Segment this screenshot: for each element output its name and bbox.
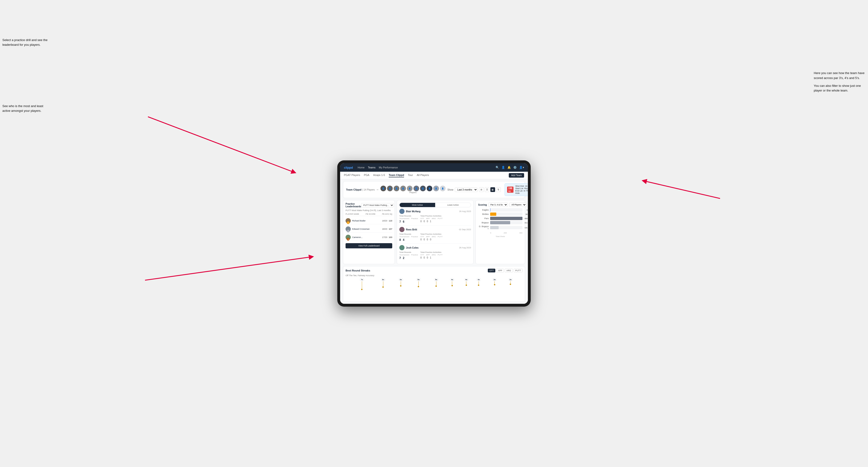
player-name-3: Cameron... [352, 236, 380, 239]
total-rounds-group-2: Total Rounds Tournament Practice 8 4 [399, 233, 418, 242]
activity-player-header-3: Josh Coles 26 Aug 2023 [399, 245, 471, 250]
scoring-bar-row: D. Bogeys + 131 [478, 225, 522, 230]
activity-stats-1: Total Rounds Tournament Practice 7 6 [399, 215, 471, 223]
subnav-pgat[interactable]: PGAT Players [344, 174, 360, 177]
chart-point: 4x [450, 278, 455, 286]
activity-stats-2: Total Rounds Tournament Practice 8 4 [399, 233, 471, 242]
scoring-axis: 0 200 400 [478, 232, 522, 234]
subnav-pga[interactable]: PGA [364, 174, 369, 177]
shot-badge: 198 SQ [507, 187, 514, 193]
nav-home[interactable]: Home [358, 166, 365, 169]
best-round-streaks: Best Round Streaks OTT APP ARG PUTT Off … [343, 266, 525, 302]
player-name-2: Edward Crossman [352, 228, 380, 230]
view-leaderboard-button[interactable]: View Full Leaderboard [346, 243, 392, 248]
people-icon[interactable]: 👤 [501, 166, 505, 169]
tab-least-active[interactable]: Least Active [435, 203, 471, 207]
grid-view-icon[interactable]: ⊞ [479, 187, 484, 192]
player-filter[interactable]: All Players [509, 203, 526, 207]
table-row: 2 Edward Crossman 18/20 107 [346, 226, 392, 232]
subnav-tour[interactable]: Tour [408, 174, 413, 177]
practice-activities-label-1: Total Practice Activities [420, 215, 442, 217]
nav-teams[interactable]: Teams [368, 166, 375, 169]
shot-card: 198 SQ Shot Dist: 16 yds Start Lie: Roug… [504, 183, 528, 196]
activity-date-2: 02 Sep 2023 [459, 228, 471, 231]
activity-player-info-1: Blair McHarg [399, 209, 421, 214]
player-name-1: Richard Butler [352, 220, 380, 222]
practice-value-1: 6 [403, 220, 404, 223]
activity-avatar-2 [399, 227, 404, 232]
add-team-button[interactable]: Add Team [509, 173, 524, 178]
settings-icon[interactable]: ⚙️ [513, 166, 517, 169]
nav-my-performance[interactable]: My Performance [379, 166, 398, 169]
device-screen: clippd Home Teams My Performance 🔍 👤 🔔 ⚙… [340, 163, 528, 304]
annotation-bottom-left: See who is the most and least active amo… [2, 104, 47, 113]
svg-line-2 [644, 181, 720, 198]
player-rank-avatar-3: 3 [346, 235, 351, 240]
btn-app[interactable]: APP [496, 269, 504, 272]
player-rank-avatar-2: 2 [346, 226, 351, 231]
player-avg-2: 107 [389, 228, 392, 230]
avatar-3: 👤 [394, 186, 399, 191]
scoring-bar-row: Birdies 96 [478, 213, 522, 216]
player-avg-1: 110 [389, 220, 392, 222]
card-view-icon[interactable]: ▦ [490, 187, 495, 192]
player-score-1: 19/20 [382, 220, 387, 222]
rank-badge-bronze: 3 [347, 238, 349, 241]
shot-dist: Shot Dist: 16 yds [516, 185, 528, 187]
three-col: Practice Leaderboards PUTT Must Make Put… [343, 200, 525, 264]
activity-stats-3: Total Rounds Tournament Practice 7 2 [399, 251, 471, 260]
start-lie: Start Lie: Rough [516, 187, 528, 190]
total-rounds-label-1: Total Rounds [399, 215, 418, 217]
leaderboard-header: Practice Leaderboards PUTT Must Make Put… [346, 203, 392, 208]
search-icon[interactable]: 🔍 [496, 166, 499, 169]
player-score-3: 17/20 [382, 236, 387, 239]
tab-most-active[interactable]: Most Active [400, 203, 435, 207]
practice-activities-group-3: Total Practice Activities OTT APP ARG PU… [420, 251, 442, 260]
chart-point: 6x [381, 278, 385, 288]
team-title: Team Clippd [346, 188, 361, 191]
drill-select[interactable]: PUTT Must Make Putting... [361, 203, 394, 207]
activity-tabs: Most Active Least Active [399, 203, 471, 207]
activity-player-name-2: Rees Britt [406, 228, 417, 231]
scoring-bar-row: Eagles 3 [478, 208, 522, 212]
subnav-team-clippd[interactable]: Team Clippd [389, 174, 404, 177]
btn-arg[interactable]: ARG [505, 269, 513, 272]
par-filter[interactable]: Par 3, 4 & 5s Par 3s Par 4s Par 5s [488, 203, 508, 207]
avatar-nav[interactable]: 👤▾ [519, 166, 524, 169]
sub-nav-links: PGAT Players PGA Hcaps 1-5 Team Clippd T… [344, 174, 509, 177]
leaderboard-title: Practice Leaderboards [346, 203, 361, 208]
table-row: 3 Cameron... 17/20 103 [346, 234, 392, 241]
btn-ott[interactable]: OTT [488, 269, 495, 272]
total-rounds-group-1: Total Rounds Tournament Practice 7 6 [399, 215, 418, 223]
activity-avatar-1 [399, 209, 404, 214]
scoring-footer: Total Shots [478, 236, 522, 238]
bottom-controls: OTT APP ARG PUTT [488, 269, 522, 272]
activity-player-block-2: Rees Britt 02 Sep 2023 Total Rounds Tour… [399, 227, 471, 244]
svg-line-1 [145, 257, 311, 280]
avatar-6: 👤 [413, 186, 419, 191]
subnav-hcaps[interactable]: Hcaps 1-5 [373, 174, 385, 177]
player-rank-avatar-1: 1 [346, 218, 351, 223]
subnav-all-players[interactable]: All Players [417, 174, 429, 177]
activity-player-header-1: Blair McHarg 26 Aug 2023 [399, 209, 471, 214]
list-view-icon[interactable]: ☰ [485, 187, 489, 192]
show-period-select[interactable]: Last 3 months Last 6 months Last year [455, 187, 478, 192]
tournament-sublabel-1: Tournament [399, 217, 409, 220]
nav-icons: 🔍 👤 🔔 ⚙️ 👤▾ [496, 166, 524, 169]
leaderboard-cols: PLAYER NAME PB SCORE PB AVG SQ [346, 213, 392, 216]
chart-line-area: 7x 6x 6x 5x 5x 4x 4x 4x 3x 3x [346, 278, 522, 294]
scoring-bar-row: Pars 499 [478, 217, 522, 220]
bell-icon[interactable]: 🔔 [507, 166, 511, 169]
btn-putt[interactable]: PUTT [514, 269, 523, 272]
rank-badge-gold: 1 [347, 221, 349, 224]
chart-point: 3x [493, 278, 497, 285]
activity-player-info-3: Josh Coles [399, 245, 418, 250]
edit-icon[interactable]: ✏ [377, 188, 379, 191]
activity-player-info-2: Rees Britt [399, 227, 417, 232]
main-content: Team Clippd | 14 Players ✏ 👤 👤 👤 👤 👤 👤 [340, 179, 528, 304]
tournament-value-1: 7 [399, 220, 401, 223]
avatar-2: 👤 [387, 186, 393, 191]
chart-subtitle: Off The Tee, Fairway Accuracy [346, 274, 522, 277]
chart-point: 3x [508, 278, 513, 285]
filter-icon[interactable]: ⇅ [496, 187, 501, 192]
